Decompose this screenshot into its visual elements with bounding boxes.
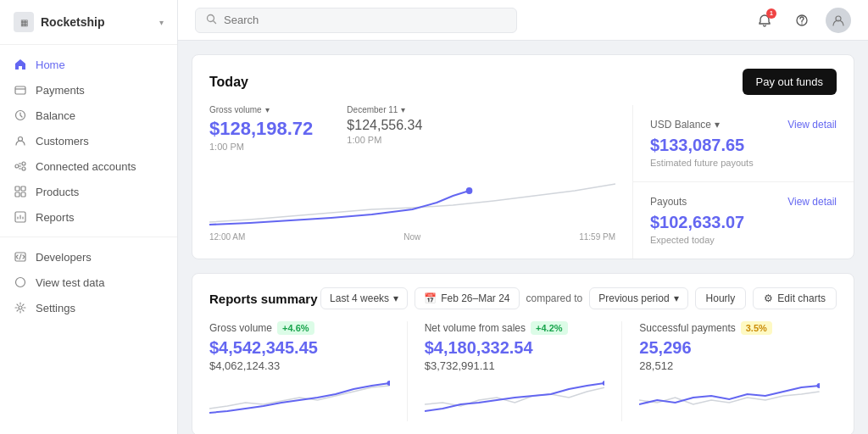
- report-successful-payments-badge: 3.5%: [741, 321, 772, 335]
- svg-point-5: [22, 167, 25, 170]
- usd-balance-chevron-icon: ▾: [715, 119, 720, 131]
- december-metric: December 11 ▾ $124,556.34 1:00 PM: [347, 105, 422, 152]
- sidebar-item-products[interactable]: Products: [0, 179, 177, 204]
- developers-icon: [14, 250, 27, 264]
- payouts-value: $102,633.07: [650, 213, 837, 232]
- svg-point-21: [817, 383, 820, 388]
- sidebar-item-settings[interactable]: Settings: [0, 295, 177, 320]
- help-button[interactable]: [788, 7, 815, 34]
- products-icon: [14, 185, 27, 198]
- sidebar-item-developers[interactable]: Developers: [0, 244, 177, 270]
- sidebar-item-customers-label: Customers: [36, 135, 89, 147]
- report-gross-volume-badge: +4.6%: [277, 321, 314, 335]
- topbar: 1: [178, 0, 868, 41]
- reports-card: Reports summary Last 4 weeks ▾ 📅 Feb 26–…: [192, 273, 854, 434]
- content: Today Pay out funds Gross volume ▾ $128,…: [178, 41, 868, 434]
- view-test-data-icon: [14, 275, 27, 289]
- search-box[interactable]: [195, 8, 517, 33]
- today-card: Today Pay out funds Gross volume ▾ $128,…: [192, 54, 854, 259]
- sidebar-item-payments-label: Payments: [36, 84, 85, 97]
- logo-chevron-icon: ▾: [159, 18, 164, 27]
- report-net-volume-chart: [425, 379, 605, 421]
- usd-balance-value: $133,087.65: [650, 136, 837, 155]
- calendar-icon: 📅: [424, 292, 437, 304]
- topbar-icons: 1: [751, 7, 851, 34]
- search-input[interactable]: [224, 14, 506, 26]
- period-filter-label: Last 4 weeks: [330, 292, 389, 304]
- svg-point-18: [466, 187, 473, 194]
- svg-rect-7: [21, 186, 25, 191]
- sidebar-item-customers[interactable]: Customers: [0, 128, 177, 153]
- edit-charts-button[interactable]: ⚙ Edit charts: [753, 287, 837, 309]
- usd-balance-sub: Estimated future payouts: [650, 158, 837, 168]
- logo-name: Rocketship: [41, 15, 104, 29]
- main-area: 1 Today Pay out funds: [178, 0, 868, 434]
- date-filter-button[interactable]: 📅 Feb 26–Mar 24: [415, 287, 519, 309]
- avatar[interactable]: [826, 8, 851, 33]
- gross-volume-metric: Gross volume ▾ $128,198.72 1:00 PM: [209, 105, 313, 152]
- today-chart: [209, 159, 615, 226]
- chart-time-start: 12:00 AM: [209, 232, 245, 242]
- compared-to-text: compared to: [526, 292, 583, 304]
- sidebar-item-home-label: Home: [36, 58, 65, 71]
- svg-rect-8: [15, 192, 19, 197]
- report-net-volume-label: Net volume from sales: [425, 322, 526, 334]
- svg-point-4: [22, 162, 25, 165]
- report-gross-volume-prev: $4,062,124.33: [209, 359, 390, 372]
- svg-point-19: [387, 381, 389, 386]
- report-successful-payments-chart: [639, 379, 820, 421]
- today-header: Today Pay out funds: [192, 55, 854, 105]
- report-net-volume: Net volume from sales +4.2% $4,180,332.5…: [425, 321, 623, 421]
- report-gross-volume-value: $4,542,345.45: [209, 338, 390, 358]
- svg-point-20: [602, 381, 604, 386]
- search-icon: [206, 14, 217, 27]
- payouts-label: Payouts: [650, 196, 687, 208]
- report-net-volume-prev: $3,732,991.11: [425, 359, 605, 372]
- svg-rect-6: [15, 186, 19, 191]
- period-filter-chevron-icon: ▾: [393, 292, 398, 304]
- payouts-view-detail[interactable]: View detail: [787, 196, 837, 208]
- nav-divider: [0, 236, 177, 237]
- svg-point-12: [16, 278, 25, 287]
- notification-button[interactable]: 1: [751, 7, 778, 34]
- pay-out-button[interactable]: Pay out funds: [743, 69, 837, 95]
- sidebar-item-connected-accounts-label: Connected accounts: [36, 160, 136, 173]
- report-successful-payments-value: 25,296: [639, 338, 820, 358]
- chart-area: Gross volume ▾ $128,198.72 1:00 PM Decem…: [192, 105, 633, 259]
- compare-filter-button[interactable]: Previous period ▾: [589, 287, 687, 309]
- payouts-sub: Expected today: [650, 235, 837, 245]
- sidebar-item-developers-label: Developers: [36, 251, 92, 264]
- gross-volume-label: Gross volume: [209, 105, 262, 114]
- connected-accounts-icon: [14, 159, 27, 173]
- report-net-volume-value: $4,180,332.54: [425, 338, 605, 358]
- sidebar: ▦ Rocketship ▾ Home Payments Balance: [0, 0, 178, 434]
- report-successful-payments: Successful payments 3.5% 25,296 28,512: [639, 321, 837, 421]
- period-filter-button[interactable]: Last 4 weeks ▾: [320, 287, 408, 309]
- payments-icon: [14, 83, 27, 97]
- payouts-metric: Payouts View detail $102,633.07 Expected…: [633, 182, 854, 259]
- chart-time-end: 11:59 PM: [579, 232, 615, 242]
- report-gross-volume-label: Gross volume: [209, 322, 272, 334]
- hourly-button[interactable]: Hourly: [695, 287, 747, 309]
- gross-volume-value: $128,198.72: [209, 118, 313, 140]
- sidebar-logo[interactable]: ▦ Rocketship ▾: [0, 0, 177, 45]
- svg-point-13: [19, 306, 22, 309]
- report-gross-volume-chart: [209, 379, 390, 421]
- report-net-volume-badge: +4.2%: [531, 321, 568, 335]
- sidebar-item-connected-accounts[interactable]: Connected accounts: [0, 153, 177, 179]
- compare-filter-chevron-icon: ▾: [674, 292, 679, 304]
- svg-point-16: [801, 23, 802, 24]
- december-label: December 11: [347, 105, 398, 114]
- today-title: Today: [209, 75, 248, 90]
- sidebar-item-payments[interactable]: Payments: [0, 77, 177, 103]
- usd-balance-view-detail[interactable]: View detail: [787, 119, 837, 131]
- report-successful-payments-prev: 28,512: [639, 359, 820, 372]
- sidebar-item-view-test-data[interactable]: View test data: [0, 270, 177, 295]
- sidebar-item-reports[interactable]: Reports: [0, 204, 177, 230]
- sidebar-item-home[interactable]: Home: [0, 52, 177, 77]
- sidebar-item-balance[interactable]: Balance: [0, 103, 177, 128]
- sidebar-item-products-label: Products: [36, 186, 79, 198]
- compare-filter-label: Previous period: [598, 292, 669, 304]
- svg-rect-0: [15, 86, 25, 94]
- chart-times: 12:00 AM Now 11:59 PM: [209, 229, 615, 242]
